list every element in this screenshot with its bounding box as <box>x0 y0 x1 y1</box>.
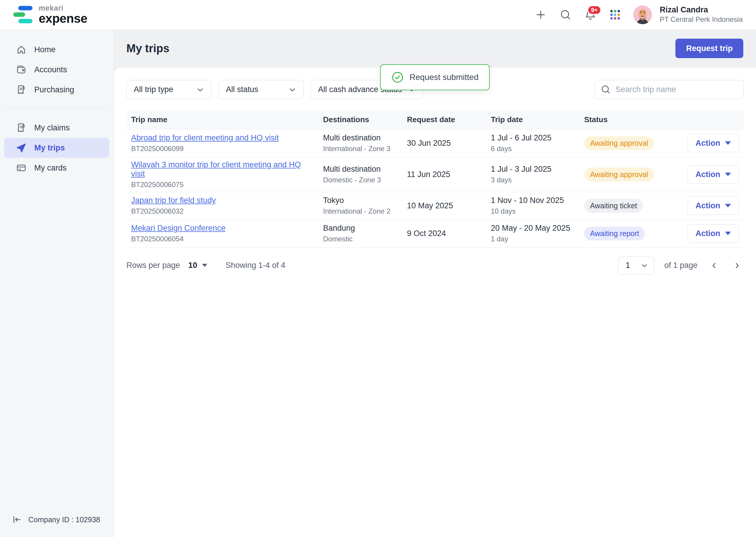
table-row: Abroad trip for client meeting and HQ vi… <box>126 129 744 157</box>
trip-date: 1 Jul - 3 Jul 2025 <box>491 165 575 174</box>
trip-id: BT20250006032 <box>131 207 314 215</box>
trip-id: BT20250006054 <box>131 235 314 243</box>
trip-name-link[interactable]: Mekari Design Conference <box>131 224 226 232</box>
next-page-button[interactable] <box>731 259 744 272</box>
destination: Bandung <box>323 224 397 233</box>
caret-down-icon <box>725 141 731 145</box>
trip-type-filter-value: All trip type <box>134 85 173 94</box>
destination-zone: Domestic <box>323 235 397 243</box>
rows-per-page-select[interactable]: 10 <box>188 261 207 270</box>
caret-down-icon <box>725 204 731 207</box>
page-title: My trips <box>126 42 169 55</box>
trip-date: 1 Nov - 10 Nov 2025 <box>491 196 575 205</box>
trip-type-filter[interactable]: All trip type <box>126 80 211 99</box>
status-badge: Awaiting ticket <box>584 199 643 213</box>
brand-name-top: mekari <box>39 4 87 12</box>
sidebar-item-label: Home <box>34 45 56 54</box>
trip-duration: 1 day <box>491 235 575 243</box>
sidebar-item-label: Accounts <box>34 65 67 74</box>
page-number-select[interactable]: 1 <box>618 256 654 275</box>
sidebar-item-purchasing[interactable]: Purchasing <box>4 80 109 100</box>
table-row: Japan trip for field study BT20250006032… <box>126 192 744 220</box>
status-filter[interactable]: All status <box>219 80 304 99</box>
request-date: 9 Oct 2024 <box>407 229 481 238</box>
action-button-label: Action <box>695 229 720 238</box>
sidebar-item-home[interactable]: Home <box>4 40 109 60</box>
mekari-logo-icon <box>13 6 33 23</box>
toast-message: Request submitted <box>410 73 478 82</box>
request-date: 30 Jun 2025 <box>407 139 481 148</box>
search-icon <box>600 84 611 95</box>
claims-receipt-icon <box>16 122 26 133</box>
trip-duration: 10 days <box>491 207 575 215</box>
destination-zone: International - Zone 3 <box>323 145 397 153</box>
user-company: PT Central Perk Indonesia <box>660 16 743 23</box>
avatar[interactable] <box>633 5 652 24</box>
trip-duration: 3 days <box>491 176 575 184</box>
trips-card: All trip type All status All cash advanc… <box>114 67 756 537</box>
page-number-value: 1 <box>625 261 630 270</box>
search-icon[interactable] <box>559 8 572 21</box>
check-circle-icon <box>391 71 404 84</box>
brand-logo[interactable]: mekari expense <box>13 4 87 25</box>
sidebar-divider <box>6 108 108 109</box>
brand-name-bottom: expense <box>39 12 87 25</box>
apps-grid-icon[interactable] <box>608 8 622 21</box>
destination-zone: International - Zone 2 <box>323 207 397 215</box>
trips-plane-icon <box>16 143 26 153</box>
plus-icon[interactable] <box>534 8 548 21</box>
user-menu[interactable]: Rizal Candra PT Central Perk Indonesia <box>660 6 743 23</box>
sidebar-item-my-claims[interactable]: My claims <box>4 118 109 138</box>
table-row: Mekari Design Conference BT20250006054 B… <box>126 220 744 247</box>
search-trip-input[interactable] <box>595 80 744 99</box>
chevron-down-icon <box>288 85 297 94</box>
trip-id: BT20250006075 <box>131 181 314 189</box>
sidebar-item-label: Purchasing <box>34 85 74 95</box>
action-button[interactable]: Action <box>688 165 739 184</box>
caret-down-icon <box>725 173 731 176</box>
previous-page-button[interactable] <box>708 259 721 272</box>
trip-name-link[interactable]: Japan trip for field study <box>131 196 216 205</box>
sidebar-item-label: My cards <box>34 163 67 173</box>
trip-id: BT20250006099 <box>131 145 314 153</box>
success-toast: Request submitted <box>380 64 490 90</box>
destination: Multi destination <box>323 165 397 174</box>
home-icon <box>16 44 26 55</box>
request-trip-button[interactable]: Request trip <box>675 39 743 58</box>
sidebar-item-my-trips[interactable]: My trips <box>4 138 109 158</box>
chevron-down-icon <box>640 262 648 270</box>
status-badge: Awaiting approval <box>584 168 654 182</box>
action-button[interactable]: Action <box>688 196 739 215</box>
sidebar-item-my-cards[interactable]: My cards <box>4 158 109 178</box>
wallet-icon <box>16 64 26 75</box>
showing-text: Showing 1-4 of 4 <box>226 261 286 270</box>
sidebar-item-accounts[interactable]: Accounts <box>4 60 109 80</box>
main-content: My trips Request trip Request submitted … <box>114 29 756 537</box>
sidebar-collapse[interactable]: Company ID : 102938 <box>12 515 100 525</box>
chevron-down-icon <box>196 85 205 94</box>
column-header-status: Status <box>579 110 683 129</box>
action-button-label: Action <box>695 139 720 148</box>
sidebar-item-label: My trips <box>34 144 65 152</box>
trip-name-link[interactable]: Abroad trip for client meeting and HQ vi… <box>131 133 279 142</box>
status-badge: Awaiting report <box>584 227 645 240</box>
card-icon <box>16 163 26 173</box>
action-button[interactable]: Action <box>688 134 739 152</box>
destination: Multi destination <box>323 133 397 143</box>
action-button[interactable]: Action <box>688 224 739 242</box>
status-badge: Awaiting approval <box>584 136 654 150</box>
notification-badge: 9+ <box>587 5 601 15</box>
table-row: Wilayah 3 monitor trip for client meetin… <box>126 157 744 192</box>
rows-per-page-label: Rows per page <box>126 261 180 270</box>
trip-name-link[interactable]: Wilayah 3 monitor trip for client meetin… <box>131 160 301 178</box>
trip-date: 20 May - 20 May 2025 <box>491 224 575 233</box>
sidebar: Home Accounts Purchasing My claims <box>0 29 114 537</box>
bell-icon[interactable]: 9+ <box>584 8 597 21</box>
topbar: mekari expense 9+ <box>0 0 756 29</box>
destination: Tokyo <box>323 196 397 205</box>
collapse-icon <box>12 515 22 525</box>
rows-per-page-value: 10 <box>188 261 197 270</box>
sidebar-item-label: My claims <box>34 123 70 133</box>
action-button-label: Action <box>695 201 720 210</box>
company-id-text: Company ID : 102938 <box>28 516 100 524</box>
